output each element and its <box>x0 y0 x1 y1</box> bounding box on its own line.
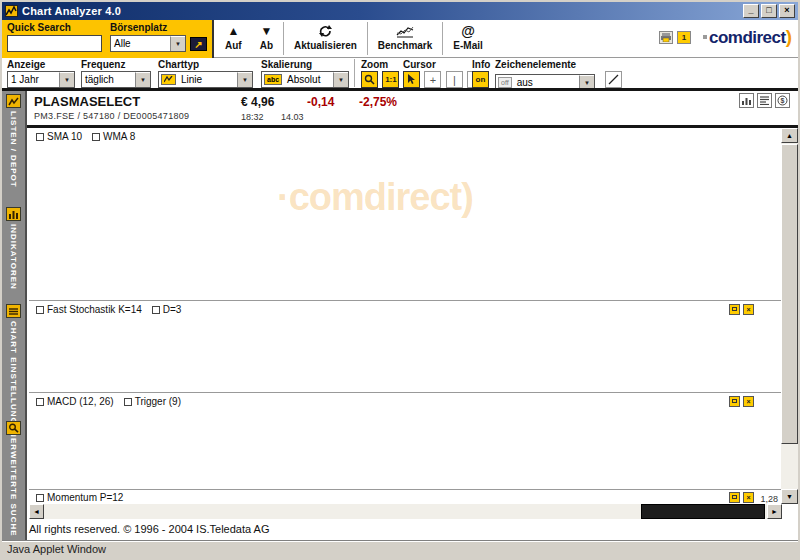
email-button[interactable]: @ E-Mail <box>444 20 491 57</box>
maximize-button[interactable]: □ <box>761 4 777 18</box>
sidebar-item-erweiterte-suche[interactable]: ERWEITERTE SUCHE <box>2 421 25 537</box>
trigger-swatch <box>124 398 132 406</box>
momentum-swatch <box>36 494 44 502</box>
cursor-vline-button[interactable]: | <box>446 71 463 88</box>
zoom-lens-button[interactable] <box>361 71 378 88</box>
search-panel: Quick Search Börsenplatz Alle ▼ ↗ <box>2 20 214 58</box>
cursor-pointer-button[interactable] <box>403 71 420 88</box>
toolbar-separator <box>442 22 443 55</box>
price-chart-canvas[interactable] <box>29 128 782 285</box>
layout-1-icon[interactable]: 1 <box>677 31 691 44</box>
abc-icon: abc <box>264 74 282 85</box>
legend-momentum: Momentum P=12 <box>36 492 123 503</box>
chevron-down-icon[interactable]: ▼ <box>135 72 150 87</box>
toolbar-separator <box>283 22 284 55</box>
x-axis-labels <box>29 285 782 299</box>
scroll-right-button[interactable]: ► <box>767 504 782 519</box>
frequenz-dropdown[interactable]: täglich ▼ <box>81 71 151 88</box>
news-icon[interactable] <box>757 93 772 108</box>
cursor-cross-button[interactable]: + <box>424 71 441 88</box>
vertical-scrollbar[interactable]: ▲ ▼ <box>781 128 798 504</box>
legend-sma: SMA 10 <box>36 131 82 142</box>
up-arrow-icon: ▲ <box>227 23 239 39</box>
chevron-down-icon[interactable]: ▼ <box>333 72 348 87</box>
charttyp-dropdown[interactable]: Linie ▼ <box>158 71 253 88</box>
sidebar-item-indikatoren[interactable]: INDIKATOREN <box>2 207 25 290</box>
chevron-down-icon[interactable]: ▼ <box>59 72 74 87</box>
auf-button[interactable]: ▲ Auf <box>216 20 251 57</box>
panel-settings-button[interactable] <box>729 396 740 407</box>
indicators-icon <box>6 207 21 221</box>
boersenplatz-dropdown[interactable]: Alle ▼ <box>110 35 186 52</box>
close-button[interactable]: × <box>779 4 795 18</box>
ab-button[interactable]: ▼ Ab <box>251 20 282 57</box>
boersenplatz-label: Börsenplatz <box>110 22 167 33</box>
sidebar-item-listen-depot[interactable]: LISTEN / DEPOT <box>2 94 25 188</box>
skalierung-dropdown[interactable]: abc Absolut ▼ <box>261 71 349 88</box>
draw-line-tool-button[interactable] <box>605 71 622 88</box>
horizontal-scroll-thumb[interactable] <box>641 504 765 519</box>
quote-header: PLASMASELECT PM3.FSE / 547180 / DE000547… <box>29 91 798 125</box>
quote-date: 14.03 <box>281 112 304 122</box>
macd-panel: MACD (12, 26) Trigger (9) × <box>29 392 782 489</box>
chart-area: SMA 10 WMA 8 ·comdirect) Fast Stochastik… <box>29 128 782 519</box>
svg-text:$: $ <box>781 97 785 105</box>
chart-analyzer-window: Chart Analyzer 4.0 _ □ × Quick Search Bö… <box>0 0 800 560</box>
horizontal-scrollbar[interactable]: ◄ ► <box>29 504 782 519</box>
line-chart-type-icon <box>161 74 176 85</box>
portfolio-icon <box>6 94 21 108</box>
instrument-name: PLASMASELECT <box>34 94 140 109</box>
search-icon <box>6 421 21 435</box>
stochastic-panel: Fast Stochastik K=14 D=3 × <box>29 300 782 391</box>
quick-search-input[interactable] <box>7 35 102 52</box>
anzeige-dropdown[interactable]: 1 Jahr ▼ <box>7 71 75 88</box>
sma-swatch <box>36 133 44 141</box>
sidebar: LISTEN / DEPOT INDIKATOREN CHART EINSTEL… <box>2 91 27 540</box>
chevron-down-icon[interactable]: ▼ <box>170 36 185 51</box>
boersenplatz-value: Alle <box>111 38 170 49</box>
zoom-1-1-button[interactable]: 1:1 <box>382 71 399 88</box>
comdirect-logo: comdirect ) <box>703 26 792 48</box>
skalierung-label: Skalierung <box>261 59 349 70</box>
aktualisieren-button[interactable]: Aktualisieren <box>285 20 366 57</box>
panel-settings-button[interactable] <box>729 492 740 503</box>
main-toolbar: Quick Search Börsenplatz Alle ▼ ↗ ▲ Auf … <box>2 20 798 58</box>
anzeige-value: 1 Jahr <box>8 74 59 85</box>
change-percent: -2,75% <box>359 95 397 109</box>
app-icon <box>5 5 18 17</box>
bar-chart-icon[interactable] <box>739 93 754 108</box>
benchmark-button[interactable]: Benchmark <box>369 20 441 57</box>
panel-close-button[interactable]: × <box>743 396 754 407</box>
info-toggle-button[interactable]: on <box>472 71 489 88</box>
chevron-down-icon[interactable]: ▼ <box>237 72 252 87</box>
toolbar-separator <box>367 22 368 55</box>
currency-info-icon[interactable]: $ <box>775 93 790 108</box>
zeichenelemente-value: aus <box>514 77 579 88</box>
quote-time: 18:32 <box>241 112 264 122</box>
scroll-down-button[interactable]: ▼ <box>781 489 798 504</box>
panel-close-button[interactable]: × <box>743 304 754 315</box>
scroll-up-button[interactable]: ▲ <box>781 128 798 143</box>
stochastic-d-swatch <box>152 306 160 314</box>
copyright-text: All rights reserved. © 1996 - 2004 IS.Te… <box>29 523 269 535</box>
panel-close-button[interactable]: × <box>743 492 754 503</box>
info-label: Info <box>472 59 490 70</box>
anzeige-label: Anzeige <box>7 59 75 70</box>
toolbar-separator <box>354 59 355 87</box>
minimize-button[interactable]: _ <box>743 4 759 18</box>
quick-search-label: Quick Search <box>7 22 71 33</box>
settings-toolbar: Anzeige 1 Jahr ▼ Frequenz täglich ▼ Char… <box>2 59 798 88</box>
legend-wma: WMA 8 <box>92 131 135 142</box>
panel-settings-button[interactable] <box>729 304 740 315</box>
macd-chart-canvas[interactable] <box>29 393 782 489</box>
instrument-identifiers: PM3.FSE / 547180 / DE0005471809 <box>34 111 189 121</box>
java-applet-status-bar: Java Applet Window <box>2 540 798 558</box>
zoom-label: Zoom <box>361 59 399 70</box>
search-go-button[interactable]: ↗ <box>190 37 207 51</box>
vertical-scroll-thumb[interactable] <box>781 144 798 444</box>
stochastic-k-swatch <box>36 306 44 314</box>
print-icon[interactable] <box>659 31 673 44</box>
sidebar-item-chart-einstellungen[interactable]: CHART EINSTELLUNGEN <box>2 304 25 438</box>
refresh-icon <box>318 23 333 39</box>
scroll-left-button[interactable]: ◄ <box>29 504 44 519</box>
